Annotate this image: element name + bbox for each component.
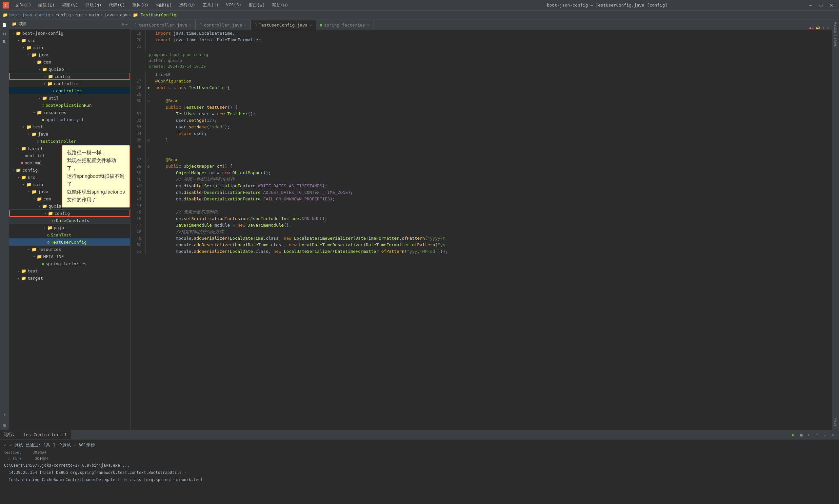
code-editor[interactable]: 19 import java.time.LocalDateTime; 20 im… <box>131 30 832 430</box>
tree-item-testcontroller[interactable]: ▸ ○ testController <box>9 138 130 145</box>
menu-nav[interactable]: 导航(N) <box>82 1 105 10</box>
menu-file[interactable]: 文件(F) <box>12 1 34 10</box>
settings-icon[interactable]: ⚙ <box>1 410 8 418</box>
tab-close-testcontroller[interactable]: ✕ <box>189 23 191 27</box>
menu-help[interactable]: 帮助(H) <box>269 1 291 10</box>
close-button[interactable]: ✕ <box>826 2 836 9</box>
file-tree: 📁 项目 ⚙ − ▾ 📁 boot-json-config ▾ 📁 src <box>9 20 131 430</box>
run-item-1-label: testCont <box>4 450 30 454</box>
tab-close-controller[interactable]: ✕ <box>244 23 246 27</box>
menu-vcs[interactable]: VCS(S) <box>223 1 244 10</box>
tree-settings[interactable]: ⚙ <box>122 22 124 26</box>
tree-item-pojo[interactable]: ▸ 📁 pojo <box>9 224 130 231</box>
breadcrumb-item-5[interactable]: java <box>104 13 115 17</box>
rerun-button[interactable]: ↻ <box>806 431 813 438</box>
tree-item-bootjsonconfig[interactable]: ▾ 📁 boot-json-config <box>9 30 130 37</box>
bottom-tab-name[interactable]: testController.t1 <box>19 430 71 439</box>
tree-item-scantest[interactable]: ▸ ○ ScanTest <box>9 231 130 238</box>
menu-run[interactable]: 运行(U) <box>176 1 198 10</box>
code-line-21: 21 <box>131 43 832 50</box>
run-button[interactable]: ▶ <box>790 431 797 438</box>
tree-item-resources-1[interactable]: ▾ 📁 resources <box>9 109 130 116</box>
breadcrumb-item-3[interactable]: src <box>76 13 84 17</box>
test-result-row: ✓ ✓ 测试 已通过: 1共 1 个测试 – 301毫秒 <box>0 441 839 449</box>
scroll-up-icon[interactable]: ⇧ <box>823 25 825 30</box>
code-line-42: 42 om.disable(DeserializationFeature.ADJ… <box>131 189 832 196</box>
tab-testcontroller[interactable]: J testController.java ✕ <box>131 20 196 30</box>
menu-view[interactable]: 视图(V) <box>59 1 81 10</box>
test-result-text: ✓ 测试 已通过: 1共 1 个测试 – 301毫秒 <box>9 442 95 448</box>
menu-build[interactable]: 构建(B) <box>152 1 175 10</box>
maximize-button[interactable]: □ <box>816 2 826 9</box>
bottom-content: ✓ ✓ 测试 已通过: 1共 1 个测试 – 301毫秒 testCont 30… <box>0 439 839 504</box>
tree-item-application-yml[interactable]: ▸ ■ application.yml <box>9 116 130 123</box>
menu-edit[interactable]: 编辑(E) <box>35 1 58 10</box>
tab-close-spring-factories[interactable]: ✕ <box>367 23 369 27</box>
code-line-19: 19 import java.time.LocalDateTime; <box>131 30 832 37</box>
maven-label[interactable]: Maven <box>833 417 839 430</box>
tab-controller[interactable]: J controller.java ✕ <box>196 20 251 30</box>
tree-item-java-1[interactable]: ▾ 📁 java <box>9 51 130 58</box>
scroll-down-icon[interactable]: ⇩ <box>827 25 829 30</box>
menu-refactor[interactable]: 重构(R) <box>129 1 152 10</box>
tree-item-test-1[interactable]: ▾ 📁 test <box>9 123 130 130</box>
tree-item-testuserconfig[interactable]: ▸ ○ TestUserConfig <box>9 238 130 246</box>
code-line-45: 45 // 元素为空不序列化 <box>131 209 832 215</box>
tree-item-config-target[interactable]: ▸ 📁 target <box>9 274 130 282</box>
tree-item-quxiao-1[interactable]: ▾ 📁 quxiao <box>9 66 130 73</box>
menu-items: 文件(F) 编辑(E) 视图(V) 导航(N) 代码(C) 重构(R) 构建(B… <box>12 1 409 10</box>
tree-item-config-resources[interactable]: ▾ 📁 resources <box>9 246 130 253</box>
tab-testuserconfig[interactable]: J TestUserConfig.java ✕ <box>251 20 316 30</box>
bottom-tab-run[interactable]: 运行: <box>0 430 19 439</box>
next-button[interactable]: ⇩ <box>821 431 828 438</box>
menu-code[interactable]: 代码(C) <box>106 1 128 10</box>
tree-item-controller-folder[interactable]: ▾ 📁 controller <box>9 80 130 87</box>
tree-item-metainf[interactable]: ▾ 📁 META-INF <box>9 253 130 260</box>
tree-item-bootapp[interactable]: ▸ ○ bootApplicationRun <box>9 102 130 109</box>
breadcrumb-item-4[interactable]: main <box>89 13 99 17</box>
menu-tools[interactable]: 工具(T) <box>199 1 222 10</box>
prev-button[interactable]: ⇧ <box>814 431 821 438</box>
project-label[interactable]: 结构 <box>1 420 8 423</box>
nav-label[interactable]: 2:收藏 <box>1 424 8 430</box>
code-line-51: 51 module.addSerializer(LocalDate.class,… <box>131 248 832 255</box>
right-sidebar: Redis Helper Maven <box>832 20 839 430</box>
minimize-button[interactable]: − <box>806 2 816 9</box>
run-item-2: ✓ t1() 301毫秒 <box>0 455 839 462</box>
stop-button[interactable]: ■ <box>798 431 805 438</box>
breadcrumb-item-6[interactable]: com <box>120 13 127 17</box>
tab-spring-factories[interactable]: ■ spring factories ✕ <box>316 20 373 30</box>
code-line-31: 31 TestUser user = new TestUser(); <box>131 111 832 117</box>
tree-item-dateconstants[interactable]: ▸ ○ DateConstants <box>9 217 130 224</box>
close-panel-button[interactable]: ✕ <box>829 431 836 438</box>
tree-item-com-1[interactable]: ▾ 📁 com <box>9 58 130 66</box>
tree-item-src[interactable]: ▾ 📁 src <box>9 37 130 44</box>
tree-item-config-outlined-1[interactable]: ▸ 📁 config <box>9 73 130 80</box>
code-line-44: 44 <box>131 202 832 209</box>
code-hint-testuser: public TestUser testUser() { <box>131 104 832 111</box>
tab-close-testuserconfig[interactable]: ✕ <box>309 23 312 27</box>
tree-item-test-java[interactable]: ▾ 📁 java <box>9 130 130 138</box>
tree-item-main[interactable]: ▾ 📁 main <box>9 44 130 51</box>
tree-collapse[interactable]: − <box>125 22 127 26</box>
doc-comment-block: program: boot-json-config author: quxiao… <box>145 50 832 71</box>
code-line-38: 38 ○ public ObjectMapper om() { <box>131 163 832 169</box>
tree-item-controller-file[interactable]: ▸ ★ controller <box>9 87 130 94</box>
code-line-50: 50 module.addDeserializer(LocalDateTime.… <box>131 242 832 248</box>
tree-item-config-outlined-2[interactable]: ▾ 📁 config <box>9 210 130 217</box>
run-item-2-time: 301毫秒 <box>35 456 49 461</box>
tree-item-spring-factories[interactable]: ▸ ■ spring.factories <box>9 260 130 267</box>
menu-window[interactable]: 窗口(W) <box>245 1 268 10</box>
search-icon[interactable]: 🔍 <box>1 38 8 46</box>
run-success-icon-2: ✓ <box>8 456 10 461</box>
tree-item-util[interactable]: ▸ 📁 util <box>9 94 130 102</box>
tree-item-config-test[interactable]: ▸ 📁 test <box>9 267 130 274</box>
breadcrumb-item-1[interactable]: boot-json-config <box>9 13 50 17</box>
project-icon[interactable]: 📄 <box>1 21 8 29</box>
redis-helper-label[interactable]: Redis Helper <box>832 20 839 51</box>
breadcrumb-item-2[interactable]: config <box>55 13 71 17</box>
breadcrumb-item-7[interactable]: 📁 TestUserConfig <box>133 13 176 17</box>
tab-label-spring-factories: spring factories <box>324 23 365 28</box>
breadcrumb: 📁 boot-json-config > config > src > main… <box>0 11 839 20</box>
structure-icon[interactable]: ☷ <box>1 30 8 37</box>
